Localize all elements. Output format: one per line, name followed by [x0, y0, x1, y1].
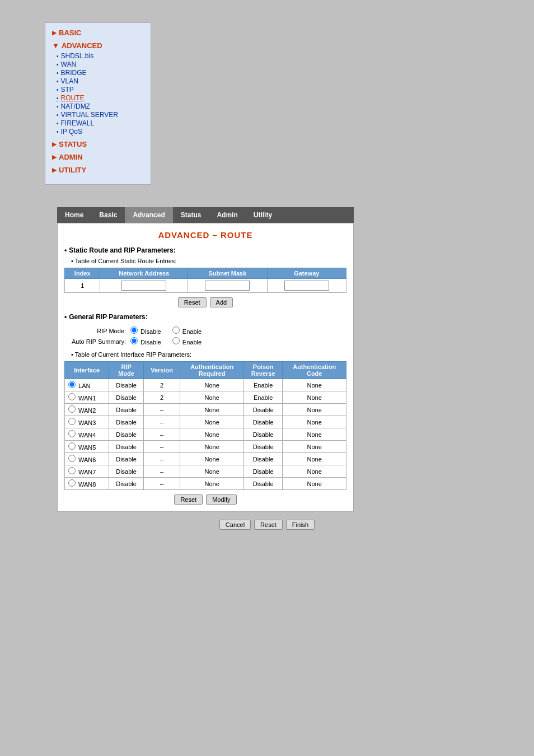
nav-advanced[interactable]: Advanced — [125, 207, 172, 223]
col-index: Index — [65, 268, 100, 279]
sidebar-item-vlan[interactable]: • VLAN — [57, 77, 144, 85]
interface-cell[interactable]: WAN2 — [65, 404, 109, 416]
reset-button-rip[interactable]: Reset — [174, 494, 203, 505]
sidebar-advanced[interactable]: ▼ ADVANCED — [52, 41, 144, 50]
rip-mode-label: RIP Mode: — [64, 328, 126, 334]
auth-required-cell: None — [180, 428, 244, 441]
nav-bar: Home Basic Advanced Status Admin Utility — [57, 207, 354, 223]
static-route-buttons: Reset Add — [64, 297, 346, 307]
interface-cell[interactable]: WAN5 — [65, 441, 109, 453]
sidebar-status[interactable]: ▶ STATUS — [52, 140, 144, 148]
version-cell: – — [143, 404, 180, 416]
auto-rip-enable-radio[interactable] — [172, 337, 180, 344]
interface-radio-wan3[interactable] — [68, 418, 76, 425]
interface-cell[interactable]: WAN8 — [65, 478, 109, 490]
rip-mode-disable-label: Disable — [130, 326, 161, 335]
auth-required-cell: None — [180, 478, 244, 490]
col-network-address: Network Address — [100, 268, 188, 279]
sidebar-item-route[interactable]: • ROUTE — [57, 94, 144, 102]
rip-mode-cell: Disable — [109, 379, 144, 391]
reset-button-bottom[interactable]: Reset — [254, 520, 283, 530]
interface-rip-label: • Table of Current Interface RIP Paramet… — [71, 351, 346, 358]
nav-basic[interactable]: Basic — [91, 207, 125, 223]
table-row: WAN5 Disable – None Disable None — [65, 441, 346, 453]
table-row: LAN Disable 2 None Enable None — [65, 379, 346, 391]
sidebar-item-shdslbis[interactable]: • SHDSL.bis — [57, 52, 144, 60]
sidebar-item-natdmz[interactable]: • NAT/DMZ — [57, 102, 144, 110]
auto-rip-enable-label: Enable — [172, 337, 202, 346]
interface-cell[interactable]: LAN — [65, 379, 109, 391]
sidebar-item-wan[interactable]: • WAN — [57, 60, 144, 68]
sidebar-basic[interactable]: ▶ BASIC — [52, 29, 144, 37]
version-cell: – — [143, 478, 180, 490]
interface-radio-wan7[interactable] — [68, 467, 76, 474]
auto-rip-disable-label: Disable — [130, 337, 161, 346]
auth-code-cell: None — [283, 441, 346, 453]
interface-radio-wan5[interactable] — [68, 442, 76, 450]
rip-mode-cell: Disable — [109, 441, 144, 453]
rip-interface-table: Interface RIPMode Version Authentication… — [64, 361, 346, 490]
auth-code-cell: None — [283, 478, 346, 490]
sidebar-item-firewall[interactable]: • FIREWALL — [57, 119, 144, 127]
version-cell: 2 — [143, 379, 180, 391]
table-row: WAN6 Disable – None Disable None — [65, 453, 346, 465]
sidebar-admin[interactable]: ▶ ADMIN — [52, 153, 144, 161]
sidebar-item-ipqos[interactable]: • IP QoS — [57, 128, 144, 136]
version-cell: – — [143, 441, 180, 453]
nav-home[interactable]: Home — [57, 207, 91, 223]
version-cell: – — [143, 465, 180, 478]
interface-cell[interactable]: WAN1 — [65, 391, 109, 404]
col-subnet-mask: Subnet Mask — [188, 268, 267, 279]
interface-cell[interactable]: WAN4 — [65, 428, 109, 441]
auto-rip-disable-radio[interactable] — [130, 337, 138, 344]
nav-admin[interactable]: Admin — [209, 207, 245, 223]
interface-radio-wan4[interactable] — [68, 430, 76, 437]
poison-reverse-cell: Disable — [243, 441, 282, 453]
gateway-input[interactable] — [284, 281, 329, 291]
static-route-label: Static Route and RIP Parameters: — [64, 246, 346, 254]
auth-code-cell: None — [283, 428, 346, 441]
interface-cell[interactable]: WAN7 — [65, 465, 109, 478]
auth-required-cell: None — [180, 441, 244, 453]
rip-mode-disable-radio[interactable] — [130, 326, 138, 334]
general-rip-label: General RIP Parameters: — [64, 313, 346, 321]
nav-utility[interactable]: Utility — [246, 207, 280, 223]
add-button[interactable]: Add — [210, 297, 233, 307]
interface-cell[interactable]: WAN3 — [65, 416, 109, 428]
nav-status[interactable]: Status — [173, 207, 209, 223]
finish-button[interactable]: Finish — [286, 520, 315, 530]
poison-reverse-cell: Disable — [243, 416, 282, 428]
reset-button-static[interactable]: Reset — [178, 297, 207, 307]
interface-radio-wan6[interactable] — [68, 455, 76, 462]
version-cell: – — [143, 428, 180, 441]
subnet-mask-input[interactable] — [205, 281, 250, 291]
col-gateway: Gateway — [267, 268, 346, 279]
row-gateway[interactable] — [267, 279, 346, 293]
sidebar: ▶ BASIC ▼ ADVANCED • SHDSL.bis • WAN • B… — [45, 22, 151, 185]
main-content: Home Basic Advanced Status Admin Utility… — [57, 207, 477, 530]
cancel-button[interactable]: Cancel — [219, 520, 251, 530]
auto-rip-label: Auto RIP Summary: — [64, 338, 126, 345]
interface-radio-wan2[interactable] — [68, 405, 76, 413]
modify-button[interactable]: Modify — [206, 494, 236, 505]
auth-code-cell: None — [283, 379, 346, 391]
rip-mode-enable-radio[interactable] — [172, 326, 180, 334]
network-address-input[interactable] — [121, 281, 166, 291]
interface-radio-wan1[interactable] — [68, 393, 76, 400]
auth-code-cell: None — [283, 404, 346, 416]
auth-code-cell: None — [283, 416, 346, 428]
interface-cell[interactable]: WAN6 — [65, 453, 109, 465]
interface-radio-lan[interactable] — [68, 381, 76, 388]
poison-reverse-cell: Enable — [243, 391, 282, 404]
sidebar-utility[interactable]: ▶ UTILITY — [52, 166, 144, 174]
row-subnet-mask[interactable] — [188, 279, 267, 293]
sidebar-item-stp[interactable]: • STP — [57, 86, 144, 94]
table-row: WAN8 Disable – None Disable None — [65, 478, 346, 490]
sidebar-item-virtual-server[interactable]: • VIRTUAL SERVER — [57, 111, 144, 119]
interface-radio-wan8[interactable] — [68, 479, 76, 487]
sidebar-item-bridge[interactable]: • BRIDGE — [57, 69, 144, 77]
rip-mode-cell: Disable — [109, 478, 144, 490]
auth-required-cell: None — [180, 391, 244, 404]
table-row: WAN3 Disable – None Disable None — [65, 416, 346, 428]
row-network-address[interactable] — [100, 279, 188, 293]
